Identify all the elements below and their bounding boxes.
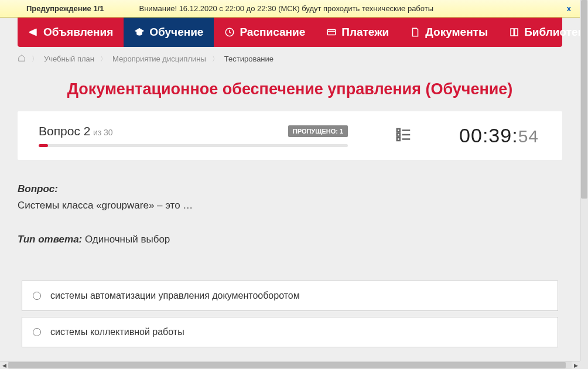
progress-fill — [39, 144, 48, 147]
scrollbar-corner — [580, 361, 588, 369]
warning-label: Предупреждение 1/1 — [26, 4, 104, 13]
megaphone-icon — [28, 27, 39, 37]
scrollbar-thumb[interactable] — [581, 0, 587, 199]
svg-rect-4 — [397, 133, 400, 136]
document-icon — [410, 27, 421, 37]
svg-rect-3 — [397, 129, 400, 132]
book-icon — [509, 27, 519, 37]
scroll-right-icon[interactable]: ▶ — [572, 361, 580, 370]
timer-main: 00:39: — [459, 124, 518, 146]
chevron-right-icon: 〉 — [32, 54, 38, 63]
graduation-icon — [134, 27, 145, 37]
question-number: Вопрос 2 — [39, 124, 90, 138]
nav-payments[interactable]: Платежи — [316, 18, 399, 47]
chevron-right-icon: 〉 — [212, 54, 218, 63]
warning-bar: Предупреждение 1/1 Внимание! 16.12.2020 … — [0, 0, 580, 18]
chevron-right-icon: 〉 — [100, 54, 107, 63]
home-icon[interactable] — [18, 54, 26, 64]
status-card: Вопрос 2 из 30 ПРОПУЩЕНО: 1 00:39:54 — [18, 111, 562, 160]
main-nav: Объявления Обучение Расписание Платежи Д… — [18, 18, 562, 47]
answer-text: системы коллективной работы — [50, 327, 184, 337]
breadcrumb: 〉 Учебный план 〉 Мероприятие дисциплины … — [18, 54, 562, 64]
nav-documents[interactable]: Документы — [399, 18, 498, 47]
nav-label: Библиотека — [524, 26, 580, 39]
scroll-left-icon[interactable]: ◀ — [0, 361, 8, 370]
nav-label: Документы — [425, 26, 488, 39]
card-icon — [326, 27, 337, 37]
svg-rect-5 — [397, 138, 400, 141]
timer: 00:39:54 — [459, 124, 539, 147]
timer-seconds: 54 — [518, 127, 539, 146]
close-icon[interactable]: x — [564, 4, 574, 13]
nav-label: Расписание — [240, 26, 305, 39]
nav-label: Платежи — [341, 26, 389, 39]
scrollbar-thumb[interactable] — [8, 362, 566, 368]
breadcrumb-event[interactable]: Мероприятие дисциплины — [112, 54, 206, 63]
breadcrumb-current: Тестирование — [224, 54, 274, 63]
question-total: из 30 — [93, 128, 113, 137]
answer-text: системы автоматизации управления докумен… — [50, 291, 300, 301]
vertical-scrollbar[interactable] — [580, 0, 588, 361]
answer-radio[interactable] — [33, 328, 41, 336]
answer-radio[interactable] — [33, 292, 41, 300]
skipped-badge: ПРОПУЩЕНО: 1 — [288, 125, 348, 137]
breadcrumb-study-plan[interactable]: Учебный план — [44, 54, 94, 63]
nav-label: Объявления — [43, 26, 113, 39]
question-list-icon[interactable] — [395, 126, 412, 146]
progress-bar — [39, 144, 348, 147]
nav-label: Обучение — [149, 26, 203, 39]
question-label: Вопрос: — [18, 183, 562, 195]
answer-type-label: Тип ответа: — [18, 234, 82, 245]
nav-library[interactable]: Библиотека — [498, 18, 580, 47]
page-title: Документационное обеспечение управления … — [18, 80, 562, 98]
clock-icon — [224, 27, 235, 37]
answers-list: системы автоматизации управления докумен… — [22, 281, 558, 347]
answer-option[interactable]: системы коллективной работы — [22, 317, 558, 347]
answer-option[interactable]: системы автоматизации управления докумен… — [22, 281, 558, 311]
nav-schedule[interactable]: Расписание — [214, 18, 316, 47]
svg-rect-1 — [327, 30, 336, 35]
nav-learning[interactable]: Обучение — [124, 18, 214, 47]
question-text: Системы класса «groupware» – это … — [18, 200, 562, 211]
warning-text: Внимание! 16.12.2020 с 22:00 до 22:30 (М… — [139, 4, 563, 13]
nav-announcements[interactable]: Объявления — [18, 18, 124, 47]
horizontal-scrollbar[interactable]: ◀ ▶ — [0, 361, 580, 369]
answer-type-value: Одиночный выбор — [85, 234, 170, 245]
